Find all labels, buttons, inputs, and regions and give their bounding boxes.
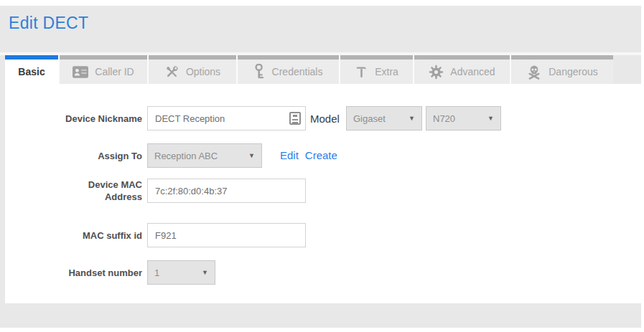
page-title: Edit DECT <box>9 14 88 33</box>
device-mac-label-line2: Address <box>42 191 142 203</box>
model-brand-select[interactable]: Gigaset ▼ <box>346 106 422 131</box>
tab-options-label: Options <box>186 66 220 77</box>
device-nickname-input[interactable] <box>147 106 306 131</box>
assign-to-links: Edit Create <box>280 149 337 161</box>
id-card-icon <box>73 66 88 78</box>
device-mac-label: Device MAC Address <box>42 179 142 203</box>
tab-options[interactable]: Options <box>149 55 236 84</box>
device-mac-input[interactable] <box>147 179 306 203</box>
tab-caller-id[interactable]: Caller ID <box>60 55 147 84</box>
tab-basic-label: Basic <box>18 66 45 77</box>
tab-caller-id-label: Caller ID <box>95 66 134 77</box>
device-mac-label-line1: Device MAC <box>42 179 142 191</box>
chevron-down-icon: ▼ <box>409 115 415 122</box>
tab-extra[interactable]: Extra <box>340 55 413 84</box>
tab-dangerous[interactable]: Dangerous <box>511 55 613 84</box>
tab-advanced-label: Advanced <box>450 66 495 77</box>
gear-icon <box>429 65 444 80</box>
chevron-down-icon: ▼ <box>202 269 208 276</box>
chevron-down-icon: ▼ <box>487 115 494 122</box>
tab-basic[interactable]: Basic <box>5 55 58 84</box>
mac-suffix-label: MAC suffix id <box>42 229 142 242</box>
tab-advanced[interactable]: Advanced <box>414 55 510 84</box>
assign-to-value: Reception ABC <box>154 151 218 161</box>
tab-extra-label: Extra <box>375 66 398 77</box>
model-type-select[interactable]: N720 ▼ <box>426 106 501 131</box>
model-type-value: N720 <box>433 113 455 124</box>
handset-number-select[interactable]: 1 ▼ <box>147 260 215 285</box>
hammer-icon <box>355 65 368 80</box>
device-nickname-label: Device Nickname <box>42 113 142 125</box>
tab-credentials-label: Credentials <box>272 66 323 77</box>
mac-suffix-input[interactable] <box>147 223 306 247</box>
chevron-down-icon: ▼ <box>248 152 255 159</box>
tab-credentials[interactable]: Credentials <box>238 55 339 84</box>
tab-bar: Basic Caller ID <box>5 55 613 84</box>
tab-dangerous-label: Dangerous <box>549 66 598 77</box>
handset-number-label: Handset number <box>42 267 142 279</box>
edit-link[interactable]: Edit <box>280 149 299 161</box>
key-icon <box>254 64 266 80</box>
model-label: Model <box>310 113 340 125</box>
autofill-icon[interactable] <box>289 112 301 125</box>
handset-number-value: 1 <box>154 267 159 278</box>
create-link[interactable]: Create <box>305 149 337 161</box>
assign-to-label: Assign To <box>42 150 142 162</box>
model-brand-value: Gigaset <box>353 113 386 124</box>
skull-icon <box>526 65 542 80</box>
assign-to-select[interactable]: Reception ABC ▼ <box>147 143 262 168</box>
tools-icon <box>164 65 179 80</box>
